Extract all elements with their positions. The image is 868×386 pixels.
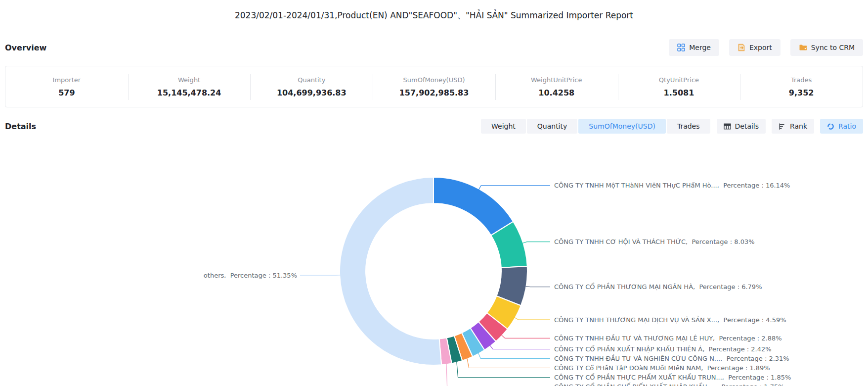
chart-label: others, Percentage : 51.35% — [204, 272, 297, 279]
toolbar: Merge Export Sync to CRM — [669, 39, 863, 56]
view-rank-button[interactable]: Rank — [772, 119, 814, 134]
tab-quantity[interactable]: Quantity — [527, 119, 578, 134]
stat-value: 157,902,985.83 — [399, 88, 469, 97]
chart-label: CÔNG TY TNHH THƯƠNG MẠI DỊCH VỤ VÀ SẢN X… — [554, 316, 786, 324]
chart-label-line — [457, 360, 550, 377]
chart-label-line — [501, 334, 550, 338]
view-tab-group: Details Rank Ratio — [717, 119, 863, 134]
stat-label: Importer — [53, 76, 81, 84]
details-tab-area: Weight Quantity SumOfMoney(USD) Trades D… — [481, 119, 863, 134]
merge-button-label: Merge — [689, 44, 711, 51]
stat-value: 104,699,936.83 — [277, 88, 347, 97]
stat-label: Weight — [178, 76, 200, 84]
stat-value: 579 — [58, 88, 75, 97]
chart-label-line — [446, 362, 550, 386]
chart-label: CÔNG TY Cổ PHầN TậP ĐOàN MUốI MIềN NAM, … — [554, 364, 770, 372]
export-button-label: Export — [749, 44, 772, 51]
chart-label: CÔNG TY CỔ PHẦN CHẾ BIẾN XUẤT NHẬP KHẨU … — [554, 383, 784, 386]
export-button[interactable]: Export — [729, 39, 781, 56]
chart-label: CÔNG TY TNHH MộT THàNH VIêN THựC PHẩM Hò… — [554, 182, 790, 189]
rank-icon — [779, 123, 786, 130]
donut-slice-0[interactable] — [434, 177, 513, 236]
chart-label: CÔNG TY TNHH CƠ HỘI VÀ THÁCH THỨC, Perce… — [554, 238, 755, 245]
sync-to-crm-button-label: Sync to CRM — [811, 44, 855, 51]
stat-label: QtyUnitPrice — [659, 76, 699, 84]
stat-value: 9,352 — [789, 88, 814, 97]
merge-grid-icon — [677, 44, 685, 51]
chart-label-line — [521, 242, 550, 244]
table-icon — [724, 123, 731, 130]
stat-importer: Importer 579 — [5, 66, 128, 107]
stat-quantity: Quantity 104,699,936.83 — [250, 66, 373, 107]
chart-label: CÔNG TY CỔ PHẦN THƯƠNG MẠI NGÂN HÀ, Perc… — [554, 283, 762, 290]
stat-sum-of-money: SumOfMoney(USD) 157,902,985.83 — [373, 66, 495, 107]
overview-stats-card: Importer 579 Weight 15,145,478.24 Quanti… — [5, 66, 863, 107]
chart-label-line — [478, 352, 550, 358]
stat-weight-unit-price: WeightUnitPrice 10.4258 — [495, 66, 618, 107]
chart-label: CÔNG TY TNHH ĐẦU TƯ VÀ THƯƠNG MẠI LÊ HUY… — [554, 334, 782, 342]
overview-header-row: Overview Merge Export Sync to CRM — [5, 39, 863, 56]
metric-tab-group: Weight Quantity SumOfMoney(USD) Trades — [481, 119, 710, 134]
chart-label-line — [489, 344, 550, 349]
view-details-button[interactable]: Details — [717, 119, 766, 134]
chart-label-line — [514, 317, 550, 320]
stat-qty-unit-price: QtyUnitPrice 1.5081 — [618, 66, 740, 107]
stat-label: WeightUnitPrice — [531, 76, 582, 84]
folder-sync-icon — [799, 44, 807, 51]
chart-label: CÔNG TY CỔ PHẦN XUẤT NHẬP KHẨU THIÊN Á, … — [554, 345, 772, 353]
stat-value: 15,145,478.24 — [157, 88, 221, 97]
summarized-importer-report-page: 2023/02/01-2024/01/31,Product(EN) AND"SE… — [0, 0, 868, 386]
stat-label: Trades — [791, 76, 812, 84]
overview-heading: Overview — [5, 43, 46, 52]
view-tab-label: Rank — [790, 122, 807, 130]
stat-value: 1.5081 — [664, 88, 694, 97]
importer-ratio-donut-chart: CÔNG TY TNHH MộT THàNH VIêN THựC PHẩM Hò… — [0, 141, 868, 386]
view-ratio-button[interactable]: Ratio — [820, 119, 863, 134]
page-title: 2023/02/01-2024/01/31,Product(EN) AND"SE… — [0, 10, 868, 21]
stat-value: 10.4258 — [538, 88, 574, 97]
donut-icon — [827, 123, 834, 130]
tab-weight[interactable]: Weight — [481, 119, 526, 134]
details-heading: Details — [5, 122, 36, 131]
donut-slice-10[interactable] — [340, 177, 441, 365]
stat-trades: Trades 9,352 — [740, 66, 863, 107]
tab-trades[interactable]: Trades — [667, 119, 710, 134]
sync-to-crm-button[interactable]: Sync to CRM — [790, 39, 863, 56]
chart-label-line — [478, 186, 550, 191]
chart-label: CÔNG TY CỔ PHẦN THỰC PHẨM XUẤT KHẨU TRUN… — [554, 373, 791, 381]
export-file-icon — [738, 44, 745, 51]
merge-button[interactable]: Merge — [669, 39, 719, 56]
stat-label: SumOfMoney(USD) — [403, 76, 465, 84]
details-header-row: Details Weight Quantity SumOfMoney(USD) … — [5, 118, 863, 135]
chart-label-line — [300, 275, 342, 276]
chart-label-line — [524, 286, 550, 287]
view-tab-label: Details — [735, 122, 759, 130]
chart-label: CÔNG TY TNHH ĐẦU TƯ VÀ NGHIÊN CỨU CÔNG N… — [554, 354, 789, 362]
stat-label: Quantity — [298, 76, 325, 84]
tab-sumofmoney-usd[interactable]: SumOfMoney(USD) — [578, 119, 666, 134]
view-tab-label: Ratio — [838, 122, 856, 130]
stat-weight: Weight 15,145,478.24 — [128, 66, 251, 107]
